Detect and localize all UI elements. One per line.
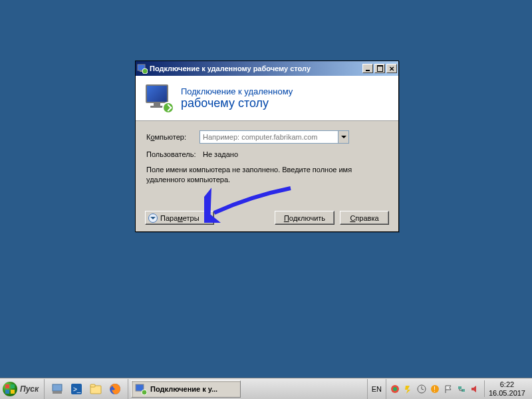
computer-combobox[interactable] xyxy=(200,130,349,144)
firefox-icon[interactable] xyxy=(106,380,124,398)
chevron-down-icon[interactable] xyxy=(338,131,348,143)
dialog-banner: Подключение к удаленному рабочему столу xyxy=(136,76,398,121)
language-indicator[interactable]: EN xyxy=(367,379,386,399)
svg-point-11 xyxy=(142,390,147,395)
help-button[interactable]: Справка xyxy=(340,211,389,225)
titlebar[interactable]: Подключение к удаленному рабочему столу … xyxy=(136,61,398,76)
options-button-label: Параметры xyxy=(160,214,200,222)
rdp-dialog: Подключение к удаленному рабочему столу … xyxy=(135,61,399,232)
user-value: Не задано xyxy=(203,150,238,158)
svg-rect-8 xyxy=(90,384,95,387)
user-row: Пользователь: Не задано xyxy=(146,150,388,158)
system-tray: EN ! 6:22 16.05.2017 xyxy=(367,379,532,399)
computer-label: Компьютер: xyxy=(146,133,200,141)
server-manager-icon[interactable] xyxy=(49,380,66,398)
chevron-down-icon xyxy=(148,213,158,223)
taskbar-clock[interactable]: 6:22 16.05.2017 xyxy=(484,380,529,397)
svg-rect-17 xyxy=(458,386,462,389)
dialog-content: Компьютер: Пользователь: Не задано Поле … xyxy=(136,121,398,192)
svg-rect-4 xyxy=(53,391,62,394)
svg-text:>_: >_ xyxy=(73,386,81,393)
banner-line2: рабочему столу xyxy=(181,96,293,110)
volume-icon[interactable] xyxy=(470,384,480,394)
window-title: Подключение к удаленному рабочему столу xyxy=(150,65,361,72)
updates-icon[interactable]: ! xyxy=(430,384,440,394)
hint-text: Поле имени компьютера не заполнено. Введ… xyxy=(146,165,388,185)
svg-point-2 xyxy=(142,68,148,74)
minimize-button[interactable] xyxy=(362,64,373,73)
computer-row: Компьютер: xyxy=(146,130,388,144)
connect-button[interactable]: Подключить xyxy=(275,211,334,225)
options-button[interactable]: Параметры xyxy=(145,211,214,225)
tray-icons: ! xyxy=(386,384,484,394)
rdp-banner-icon xyxy=(144,83,174,114)
power-icon[interactable] xyxy=(404,384,414,394)
rdp-app-icon xyxy=(137,63,148,74)
rdp-app-icon xyxy=(135,383,147,395)
shield-icon[interactable] xyxy=(390,384,400,394)
taskbar-task-rdp[interactable]: Подключение к у... xyxy=(131,380,241,398)
start-label: Пуск xyxy=(20,384,39,394)
taskbar: Пуск >_ Подключение к у... EN ! 6:22 16.… xyxy=(0,378,532,399)
clock-date: 16.05.2017 xyxy=(489,389,525,398)
svg-text:!: ! xyxy=(434,386,436,393)
flag-icon[interactable] xyxy=(444,384,454,394)
banner-line1: Подключение к удаленному xyxy=(181,86,293,96)
clock-time: 6:22 xyxy=(489,380,525,389)
user-label: Пользователь: xyxy=(146,150,200,158)
clock-icon[interactable] xyxy=(417,384,427,394)
svg-point-13 xyxy=(393,387,397,391)
windows-flag-icon xyxy=(5,384,15,394)
powershell-icon[interactable]: >_ xyxy=(68,380,85,398)
close-button[interactable]: ✕ xyxy=(386,64,397,73)
banner-text: Подключение к удаленному рабочему столу xyxy=(181,86,293,110)
maximize-button[interactable] xyxy=(374,64,385,73)
taskbar-task-label: Подключение к у... xyxy=(150,385,217,393)
explorer-icon[interactable] xyxy=(87,380,104,398)
network-icon[interactable] xyxy=(457,384,467,394)
computer-input[interactable] xyxy=(200,131,338,143)
quick-launch: >_ xyxy=(45,379,128,399)
svg-rect-3 xyxy=(53,384,62,391)
start-button[interactable]: Пуск xyxy=(0,379,45,399)
dialog-button-row: Параметры Подключить Справка xyxy=(136,211,398,225)
